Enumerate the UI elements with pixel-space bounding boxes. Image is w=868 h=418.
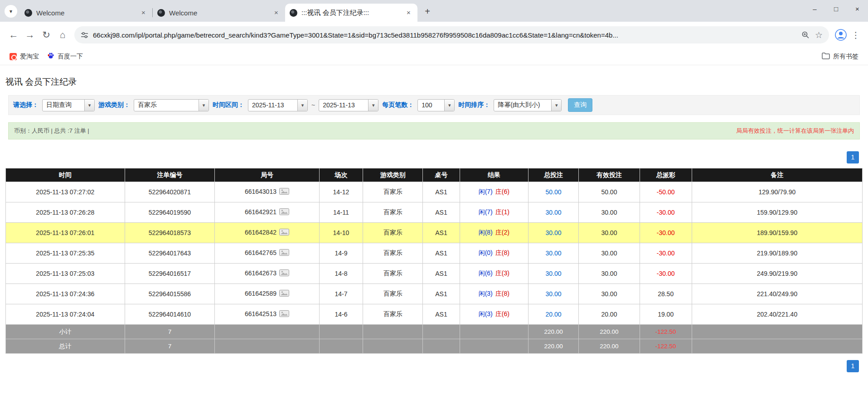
- tab-title: :::视讯 会员下注纪录:::: [301, 9, 402, 17]
- forward-button[interactable]: →: [22, 27, 38, 43]
- maximize-button[interactable]: □: [825, 0, 847, 17]
- cell-total-bet-link[interactable]: 30.00: [528, 243, 579, 264]
- result-player: 闲(3): [479, 290, 493, 297]
- chevron-down-icon[interactable]: ▾: [368, 100, 378, 111]
- window-controls: – □ ×: [804, 0, 868, 17]
- cell-time: 2025-11-13 07:26:28: [6, 202, 125, 223]
- chevron-down-icon[interactable]: ▾: [551, 100, 561, 111]
- navigation-bar: ← → ↻ ⌂ 66cxkj98.com/ipl/portal.php/game…: [0, 22, 868, 48]
- folder-icon: [822, 53, 830, 61]
- bet-table-totals: 小计 7 220.00 220.00 -122.50 总计 7: [6, 325, 863, 354]
- total-count: 7: [125, 339, 214, 354]
- cell-remark: 159.90/129.90: [692, 202, 862, 223]
- pagination-page-1[interactable]: 1: [847, 151, 859, 163]
- back-button[interactable]: ←: [5, 27, 22, 43]
- result-banker: 庄(2): [495, 229, 509, 236]
- reload-button[interactable]: ↻: [38, 27, 54, 43]
- site-settings-icon[interactable]: [81, 31, 88, 39]
- bookmark-star-icon[interactable]: ☆: [815, 30, 823, 40]
- table-row: 2025-11-13 07:25:03 522964016517 6616426…: [6, 264, 863, 284]
- cell-total-bet-link[interactable]: 30.00: [528, 264, 579, 284]
- bet-detail-image-icon[interactable]: [279, 249, 289, 257]
- date-from-value: 2025-11-13: [248, 100, 297, 111]
- cell-round-id: 661642673: [215, 264, 320, 284]
- home-button[interactable]: ⌂: [54, 27, 71, 43]
- sort-order-value: 降幂(由大到小): [494, 100, 551, 111]
- cell-bet-id: 522964016517: [125, 264, 214, 284]
- cell-bet-id: 522964014610: [125, 304, 214, 325]
- tab-close-icon[interactable]: ×: [272, 9, 281, 17]
- address-bar[interactable]: 66cxkj98.com/ipl/portal.php/game/betreco…: [74, 26, 829, 43]
- cell-bet-id: 522964019590: [125, 202, 214, 223]
- column-header-time: 时间: [6, 168, 125, 182]
- date-to-select[interactable]: 2025-11-13 ▾: [319, 99, 378, 111]
- column-header-table-no: 桌号: [423, 168, 460, 182]
- total-valid-bet: 220.00: [579, 339, 640, 354]
- round-id: 661642765: [245, 249, 276, 256]
- tab-welcome-2[interactable]: Welcome ×: [153, 4, 285, 22]
- cell-time: 2025-11-13 07:24:04: [6, 304, 125, 325]
- round-id: 661642673: [245, 269, 276, 277]
- tab-search-button[interactable]: ▾: [5, 5, 17, 18]
- result-banker: 庄(8): [495, 249, 509, 256]
- tab-close-icon[interactable]: ×: [404, 9, 413, 17]
- date-from-select[interactable]: 2025-11-13 ▾: [248, 99, 308, 111]
- minimize-button[interactable]: –: [804, 0, 825, 17]
- bet-records-table: 时间 注单编号 局号 场次 游戏类别 桌号 结果 总投注 有效投注 总派彩 备注…: [5, 168, 863, 354]
- cell-payout: -30.00: [640, 243, 692, 264]
- browser-menu-icon[interactable]: ⋮: [849, 30, 863, 40]
- tab-welcome-1[interactable]: Welcome ×: [20, 4, 152, 22]
- cell-total-bet-link[interactable]: 20.00: [528, 304, 579, 325]
- bookmark-baidu[interactable]: 百度一下: [43, 50, 87, 62]
- cell-empty: [215, 325, 320, 339]
- sort-order-select[interactable]: 降幂(由大到小) ▾: [494, 99, 562, 111]
- game-type-select[interactable]: 百家乐 ▾: [134, 99, 209, 111]
- bet-detail-image-icon[interactable]: [279, 208, 289, 216]
- cell-payout: 19.00: [640, 304, 692, 325]
- pagination-page-1[interactable]: 1: [847, 360, 859, 372]
- bet-detail-image-icon[interactable]: [279, 188, 289, 196]
- cell-game-type: 百家乐: [363, 284, 423, 304]
- cell-empty: [692, 339, 862, 354]
- url-text[interactable]: 66cxkj98.com/ipl/portal.php/game/betreco…: [93, 31, 797, 39]
- bookmark-aitaobao[interactable]: 爱淘宝: [5, 51, 43, 62]
- page-size-select[interactable]: 100 ▾: [417, 99, 455, 111]
- all-bookmarks-button[interactable]: 所有书签: [818, 51, 863, 62]
- new-tab-button[interactable]: +: [421, 5, 434, 18]
- chevron-down-icon[interactable]: ▾: [84, 100, 94, 111]
- round-id: 661642589: [245, 290, 276, 297]
- cell-empty: [460, 325, 528, 339]
- zoom-icon[interactable]: [801, 31, 810, 39]
- cell-empty: [363, 325, 423, 339]
- tab-close-icon[interactable]: ×: [139, 9, 148, 17]
- tab-bet-records-active[interactable]: :::视讯 会员下注纪录::: ×: [285, 4, 417, 22]
- subtotal-label: 小计: [6, 325, 125, 339]
- cell-table-no: AS1: [423, 284, 460, 304]
- bet-detail-image-icon[interactable]: [279, 310, 289, 318]
- chevron-down-icon[interactable]: ▾: [444, 100, 454, 111]
- bet-detail-image-icon[interactable]: [279, 290, 289, 298]
- tab-favicon: [290, 9, 297, 17]
- bet-detail-image-icon[interactable]: [279, 229, 289, 237]
- sort-order-label: 时间排序：: [458, 101, 490, 109]
- cell-session: 14-12: [319, 182, 363, 202]
- cell-payout: -30.00: [640, 223, 692, 243]
- column-header-round: 局号: [215, 168, 320, 182]
- bet-detail-image-icon[interactable]: [279, 269, 289, 278]
- search-button[interactable]: 查询: [568, 98, 592, 112]
- subtotal-count: 7: [125, 325, 214, 339]
- profile-icon[interactable]: [833, 27, 849, 43]
- query-type-select[interactable]: 日期查询 ▾: [42, 99, 95, 111]
- close-button[interactable]: ×: [847, 0, 868, 17]
- chevron-down-icon: ▾: [10, 8, 12, 14]
- cell-total-bet-link[interactable]: 30.00: [528, 202, 579, 223]
- chevron-down-icon[interactable]: ▾: [297, 100, 307, 111]
- cell-time: 2025-11-13 07:24:36: [6, 284, 125, 304]
- cell-empty: [363, 339, 423, 354]
- bookmark-label: 爱淘宝: [20, 53, 39, 61]
- cell-total-bet-link[interactable]: 50.00: [528, 182, 579, 202]
- total-label: 总计: [6, 339, 125, 354]
- cell-total-bet-link[interactable]: 30.00: [528, 223, 579, 243]
- chevron-down-icon[interactable]: ▾: [199, 100, 209, 111]
- cell-total-bet-link[interactable]: 30.00: [528, 284, 579, 304]
